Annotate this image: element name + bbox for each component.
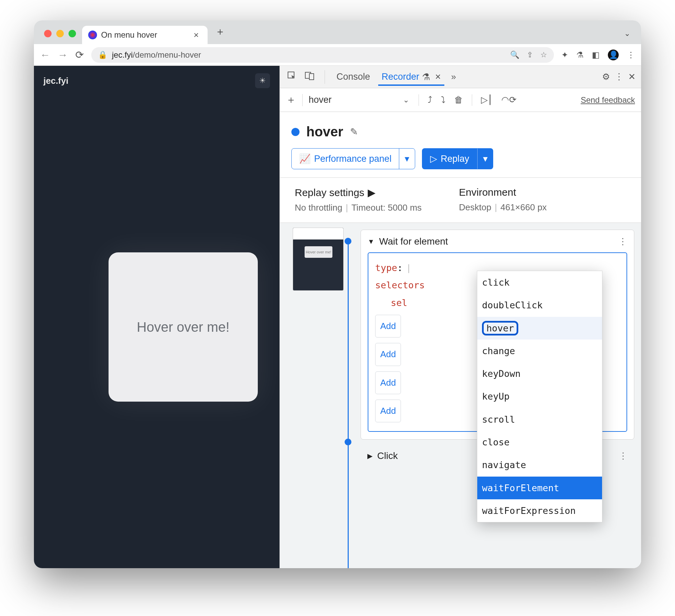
chrome-menu-icon[interactable]: ⋮ — [627, 50, 635, 60]
type-autocomplete-dropdown[interactable]: click doubleClick hover change keyDown k… — [477, 271, 602, 522]
env-device: Desktop — [459, 202, 491, 212]
delete-icon[interactable]: 🗑 — [454, 95, 463, 105]
close-panel-icon[interactable]: ✕ — [435, 73, 441, 81]
tab-console[interactable]: Console — [333, 68, 373, 85]
step-over-icon[interactable]: ▷⎮ — [481, 95, 493, 105]
url-bar: ← → ⟳ 🔒 jec.fyi/demo/menu-hover 🔍 ⇪ ☆ ✦ … — [34, 44, 641, 66]
step-editor[interactable]: type: selectors sel Add Add Add Add clic… — [368, 252, 627, 432]
dropdown-option-keyup[interactable]: keyUp — [477, 385, 602, 408]
browser-window: On menu hover × ＋ ⌄ ← → ⟳ 🔒 jec.fyi/demo… — [34, 20, 641, 568]
steps-area: Hover over me! ▼ Wait for element ⋮ type… — [280, 223, 641, 568]
recording-dropdown-icon[interactable]: ⌄ — [403, 96, 409, 104]
tab-overflow-icon[interactable]: ⌄ — [620, 29, 634, 44]
chevron-right-icon: ▶ — [368, 187, 375, 198]
devtools-tab-row: Console Recorder ⚗ ✕ » ⚙ ⋮ ✕ — [280, 66, 641, 88]
omnibox[interactable]: 🔒 jec.fyi/demo/menu-hover 🔍 ⇪ ☆ — [91, 47, 554, 63]
timeline-dot — [345, 238, 351, 245]
labs-icon[interactable]: ⚗ — [576, 50, 584, 60]
step-menu-icon[interactable]: ⋮ — [618, 236, 627, 247]
gauge-icon: 📈 — [299, 153, 311, 164]
step-card: ▼ Wait for element ⋮ type: selectors sel… — [361, 230, 634, 440]
dropdown-option-waitforexpression[interactable]: waitForExpression — [477, 499, 602, 522]
share-icon[interactable]: ⇪ — [527, 51, 533, 59]
extensions-icon[interactable]: ✦ — [561, 50, 568, 60]
export-icon[interactable]: ⤴ — [428, 95, 432, 105]
back-button[interactable]: ← — [40, 49, 50, 61]
page-content: jec.fyi ☀ Hover over me! — [34, 66, 279, 568]
timeout-value: Timeout: 5000 ms — [351, 203, 422, 213]
maximize-window-icon[interactable] — [69, 30, 76, 37]
import-icon[interactable]: ⤵ — [441, 95, 445, 105]
inspect-icon[interactable] — [285, 71, 298, 82]
edit-title-icon[interactable]: ✎ — [350, 126, 358, 137]
close-tab-icon[interactable]: × — [191, 30, 201, 40]
add-button[interactable]: Add — [375, 343, 401, 366]
url-text: jec.fyi/demo/menu-hover — [112, 50, 201, 60]
devtools-menu-icon[interactable]: ⋮ — [615, 72, 623, 82]
tab-strip: On menu hover × ＋ ⌄ — [34, 20, 641, 44]
zoom-out-icon[interactable]: 🔍 — [510, 51, 519, 59]
hover-target[interactable]: Hover over me! — [109, 252, 258, 402]
tab-title: On menu hover — [101, 30, 157, 40]
dropdown-option-doubleclick[interactable]: doubleClick — [477, 294, 602, 316]
sidepanel-icon[interactable]: ◧ — [592, 50, 600, 60]
dropdown-option-change[interactable]: change — [477, 340, 602, 362]
svg-rect-2 — [309, 74, 314, 80]
minimize-window-icon[interactable] — [56, 30, 64, 37]
send-feedback-link[interactable]: Send feedback — [581, 95, 635, 105]
bookmark-icon[interactable]: ☆ — [540, 51, 547, 59]
replay-button[interactable]: ▷Replay ▾ — [422, 148, 493, 169]
recorder-toolbar: ＋ hover ⌄ ⤴ ⤵ 🗑 ▷⎮ ◠⟳ Send feedback — [280, 88, 641, 112]
timeline-dot — [345, 439, 351, 445]
add-button[interactable]: Add — [375, 371, 401, 394]
replay-dropdown-icon[interactable]: ▾ — [477, 149, 493, 169]
dropdown-option-hover[interactable]: hover — [477, 317, 602, 340]
flask-icon: ⚗ — [422, 72, 430, 82]
profile-avatar[interactable]: 👤 — [608, 50, 619, 60]
reload-button[interactable]: ⟳ — [75, 49, 84, 61]
slow-replay-icon[interactable]: ◠⟳ — [501, 95, 517, 105]
dropdown-option-navigate[interactable]: navigate — [477, 454, 602, 476]
add-button[interactable]: Add — [375, 400, 401, 422]
step-thumbnail: Hover over me! — [293, 228, 344, 291]
dropdown-option-waitforelement[interactable]: waitForElement — [477, 477, 602, 499]
step-menu-icon[interactable]: ⋮ — [619, 451, 628, 461]
recording-status-dot — [291, 128, 300, 136]
tab-recorder[interactable]: Recorder ⚗ ✕ — [378, 68, 444, 86]
replay-settings-heading[interactable]: Replay settings ▶ — [295, 187, 422, 198]
forward-button: → — [58, 49, 68, 61]
performance-dropdown-icon[interactable]: ▾ — [399, 149, 415, 169]
window-controls — [41, 30, 82, 44]
timeline-line — [348, 239, 349, 568]
throttling-value: No throttling — [295, 203, 342, 213]
replay-settings-row: Replay settings ▶ No throttling|Timeout:… — [280, 177, 641, 223]
dropdown-option-click[interactable]: click — [477, 271, 602, 294]
recording-header: hover ✎ 📈Performance panel ▾ ▷Replay ▾ — [280, 112, 641, 177]
recording-title: hover — [306, 124, 343, 139]
device-toggle-icon[interactable] — [303, 71, 316, 82]
browser-tab[interactable]: On menu hover × — [82, 26, 208, 44]
expand-icon[interactable]: ▶ — [367, 452, 372, 460]
settings-icon[interactable]: ⚙ — [602, 72, 610, 82]
close-devtools-icon[interactable]: ✕ — [628, 72, 636, 82]
dropdown-option-scroll[interactable]: scroll — [477, 408, 602, 431]
add-button[interactable]: Add — [375, 315, 401, 338]
dropdown-option-keydown[interactable]: keyDown — [477, 362, 602, 385]
theme-toggle-icon[interactable]: ☀ — [255, 73, 270, 88]
env-size: 461×660 px — [500, 202, 547, 212]
new-tab-button[interactable]: ＋ — [208, 25, 233, 44]
new-recording-button[interactable]: ＋ — [286, 93, 296, 107]
more-tabs-icon[interactable]: » — [449, 72, 458, 82]
collapse-icon[interactable]: ▼ — [368, 238, 374, 246]
close-window-icon[interactable] — [44, 30, 52, 37]
step-title: Wait for element — [379, 236, 448, 247]
performance-panel-button[interactable]: 📈Performance panel ▾ — [291, 148, 415, 169]
play-icon: ▷ — [430, 153, 437, 164]
environment-heading: Environment — [459, 187, 547, 198]
step-title: Click — [377, 450, 398, 461]
site-brand[interactable]: jec.fyi — [43, 76, 69, 86]
dropdown-option-close[interactable]: close — [477, 431, 602, 454]
favicon-icon — [88, 31, 97, 39]
devtools-panel: Console Recorder ⚗ ✕ » ⚙ ⋮ ✕ ＋ hover ⌄ — [279, 66, 641, 568]
recording-name[interactable]: hover — [309, 95, 397, 105]
